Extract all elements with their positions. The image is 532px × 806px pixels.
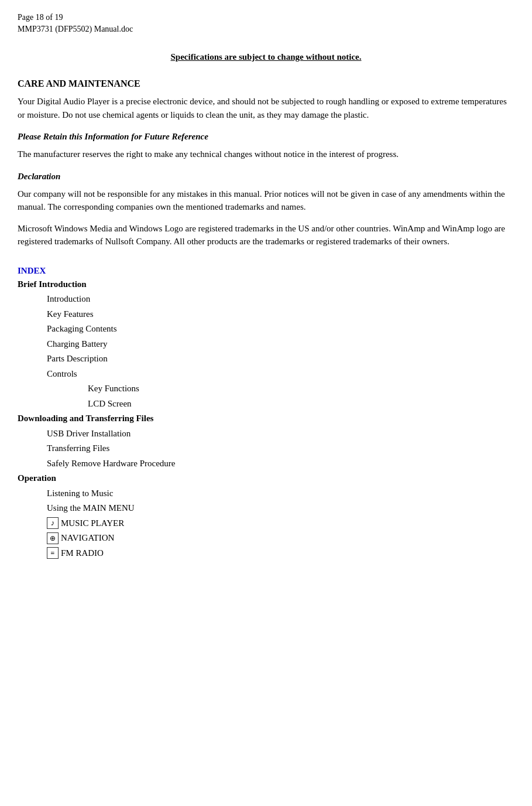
page-header-line1: Page 18 of 19 [18, 12, 514, 23]
care-heading: CARE AND MAINTENANCE [18, 78, 514, 89]
list-item: Listening to Music [18, 486, 514, 501]
list-item: LCD Screen [18, 397, 514, 412]
list-item: Packaging Contents [18, 322, 514, 337]
fm-radio-icon [47, 547, 59, 559]
navigation-label: NAVIGATION [61, 531, 114, 546]
list-item: USB Driver Installation [18, 426, 514, 442]
list-item: Parts Description [18, 351, 514, 367]
index-title: INDEX [18, 266, 514, 276]
list-item: Controls [18, 367, 514, 382]
fm-radio-label: FM RADIO [61, 546, 104, 561]
care-paragraph: Your Digital Audio Player is a precise e… [18, 95, 514, 121]
page-header-line2: MMP3731 (DFP5502) Manual.doc [18, 23, 514, 35]
declaration-paragraph1: Our company will not be responsible for … [18, 187, 514, 214]
list-item: Key Features [18, 307, 514, 322]
list-item: Using the MAIN MENU [18, 501, 514, 516]
index-operation-heading: Operation [18, 471, 514, 486]
declaration-heading: Declaration [18, 172, 514, 182]
list-item: Safely Remove Hardware Procedure [18, 456, 514, 472]
list-item: FM RADIO [18, 546, 514, 561]
list-item: Introduction [18, 292, 514, 307]
list-item: Charging Battery [18, 337, 514, 352]
declaration-paragraph2: Microsoft Windows Media and Windows Logo… [18, 222, 514, 248]
page-header: Page 18 of 19 MMP3731 (DFP5502) Manual.d… [18, 12, 514, 35]
index-downloading-heading: Downloading and Transferring Files [18, 411, 514, 426]
index-brief-intro-heading: Brief Introduction [18, 277, 514, 292]
list-item: Transferring Files [18, 441, 514, 456]
list-item: NAVIGATION [18, 531, 514, 546]
navigation-icon [47, 532, 59, 544]
music-player-label: MUSIC PLAYER [61, 516, 124, 531]
specs-title: Specifications are subject to change wit… [18, 52, 514, 62]
music-player-icon [47, 517, 59, 529]
retain-paragraph: The manufacturer reserves the right to m… [18, 148, 514, 161]
list-item: Key Functions [18, 381, 514, 397]
retain-heading: Please Retain this Information for Futur… [18, 132, 514, 142]
list-item: MUSIC PLAYER [18, 516, 514, 531]
index-section: INDEX Brief Introduction Introduction Ke… [18, 266, 514, 561]
